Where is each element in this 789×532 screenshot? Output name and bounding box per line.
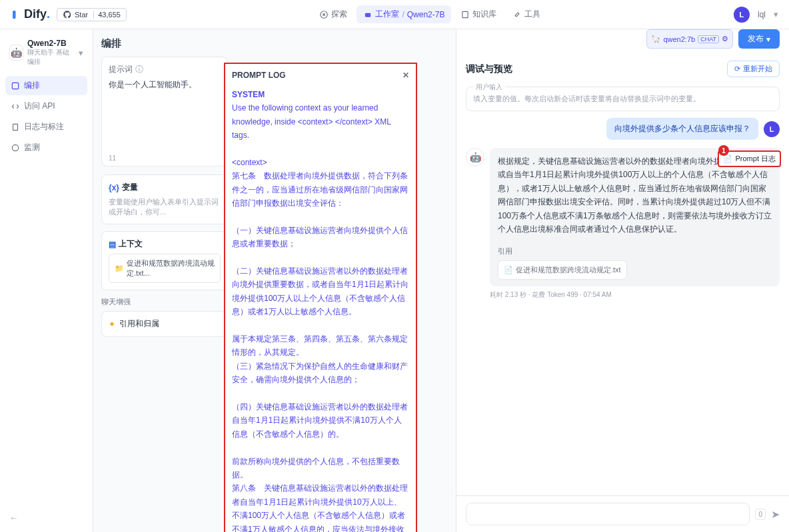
svg-rect-7 — [13, 124, 18, 130]
variable-section: {x}变量 变量能使用户输入表单引入提示词或开场白，你可... — [101, 174, 228, 224]
close-icon[interactable]: ✕ — [402, 71, 409, 80]
svg-point-3 — [367, 15, 367, 15]
ref-label: 引用 — [498, 245, 772, 258]
page-title: 编排 — [101, 37, 448, 50]
top-nav: 探索 工作室/Qwen2-7B 知识库 工具 — [313, 5, 547, 23]
file-icon: 📄 — [723, 154, 732, 163]
nav-explore[interactable]: 探索 — [313, 5, 354, 23]
bot-message: 根据规定，关键信息基础设施运营者以外的数据处理者向境外提供重要数据，或自当年1月… — [490, 148, 780, 286]
variable-desc: 变量能使用户输入表单引入提示词或开场白，你可... — [109, 197, 221, 217]
file-icon — [11, 123, 20, 132]
nav-tools[interactable]: 工具 — [506, 5, 547, 23]
app-title: Qwen2-7B — [27, 39, 75, 48]
user-avatar: L — [764, 121, 780, 137]
svg-rect-5 — [462, 11, 468, 17]
cite-label: 引用和归属 — [119, 318, 159, 330]
app-tags: 聊天助手 基础编排 — [27, 48, 75, 67]
refresh-icon: ⟳ — [734, 65, 740, 73]
folder-icon: 📁 — [115, 264, 124, 273]
center-panel: 编排 提示词ⓘ 你是一个人工智能助手。 11 {x}变量 变量能使用户输入表单引… — [93, 29, 456, 532]
book-icon — [460, 10, 470, 19]
robot-icon — [363, 10, 373, 19]
publish-button[interactable]: 发布▾ — [738, 29, 780, 49]
sidebar-item-api[interactable]: 访问 API — [5, 97, 87, 116]
svg-rect-2 — [365, 13, 371, 17]
chat-input[interactable] — [466, 503, 750, 525]
nav-studio[interactable]: 工作室/Qwen2-7B — [357, 5, 451, 23]
eye-icon — [11, 143, 20, 152]
sidebar-item-orchestrate[interactable]: 编排 — [5, 76, 87, 95]
token-count: 0 — [755, 509, 766, 520]
app-icon: 🤖 — [9, 45, 23, 61]
prompt-log-panel: PROMPT LOG✕ SYSTEM Use the following con… — [224, 63, 417, 532]
svg-point-8 — [12, 144, 18, 150]
tool-icon — [512, 10, 522, 19]
notification-badge: 1 — [718, 145, 729, 156]
prompt-label: 提示词 — [109, 64, 133, 75]
context-title: 上下文 — [119, 238, 143, 250]
context-section: ▤上下文 📁促进和规范数据跨境流动规定.txt... — [101, 231, 228, 290]
variable-title: 变量 — [122, 182, 138, 193]
ref-file[interactable]: 📄促进和规范数据跨境流动规定.txt — [498, 260, 627, 280]
help-icon: ⓘ — [135, 64, 143, 75]
context-file[interactable]: 📁促进和规范数据跨境流动规定.txt... — [109, 254, 221, 283]
nav-crumb[interactable]: Qwen2-7B — [407, 10, 445, 19]
user-avatar[interactable]: L — [734, 7, 750, 23]
layers-icon: ▤ — [109, 240, 116, 249]
prompt-text[interactable]: 你是一个人工智能助手。 — [109, 79, 221, 159]
preview-panel: 🦙 qwen2:7b CHAT ⚙ 发布▾ 调试与预览 ⟳重新开始 用户输入 填… — [456, 29, 789, 532]
char-count: 11 — [109, 154, 116, 162]
compass-icon — [319, 10, 329, 19]
file-icon: 📄 — [504, 264, 513, 276]
chevron-down-icon[interactable]: ▾ — [774, 9, 778, 19]
bot-avatar: 🤖 — [466, 148, 484, 166]
user-name: lql — [758, 10, 766, 19]
code-icon — [11, 102, 20, 111]
github-star[interactable]: Star 43,655 — [57, 8, 127, 21]
layout-icon — [11, 81, 20, 91]
star-icon: ✦ — [109, 320, 115, 329]
sidebar-item-logs[interactable]: 日志与标注 — [5, 117, 87, 136]
response-meta: 耗时 2.13 秒 · 花费 Token 499 · 07:54 AM — [490, 290, 780, 300]
input-hint-label: 用户输入 — [473, 83, 505, 92]
top-bar: Dify. Star 43,655 探索 工作室/Qwen2-7B 知识库 工具… — [0, 0, 789, 29]
prompt-editor[interactable]: 提示词ⓘ 你是一个人工智能助手。 11 — [101, 57, 228, 166]
brand-logo[interactable]: Dify. — [11, 7, 50, 21]
svg-point-4 — [369, 15, 370, 15]
sidebar-item-monitor[interactable]: 监测 — [5, 138, 87, 157]
chevron-down-icon: ▾ — [79, 48, 83, 58]
sliders-icon: ⚙ — [722, 35, 728, 43]
user-message: 向境外提供多少条个人信息应该申报？ — [606, 118, 758, 140]
prompt-log-title: PROMPT LOG — [232, 71, 286, 80]
sidebar: 🤖 Qwen2-7B 聊天助手 基础编排 ▾ 编排 访问 API 日志与标注 监… — [0, 29, 93, 532]
user-input-hint: 用户输入 填入变量的值。每次启动新会话时该变量将自动替换提示词中的变量。 — [466, 87, 780, 111]
model-selector[interactable]: 🦙 qwen2:7b CHAT ⚙ — [646, 29, 733, 49]
cite-section[interactable]: ✦引用和归属 — [101, 311, 228, 337]
collapse-sidebar[interactable]: ← — [5, 509, 87, 527]
app-selector[interactable]: 🤖 Qwen2-7B 聊天助手 基础编排 ▾ — [5, 35, 87, 71]
github-icon — [63, 10, 72, 19]
debug-title: 调试与预览 — [466, 63, 512, 75]
svg-rect-6 — [12, 83, 18, 89]
model-tag: CHAT — [698, 35, 719, 43]
nav-knowledge[interactable]: 知识库 — [454, 5, 503, 23]
prompt-log-body: SYSTEM Use the following context as your… — [232, 88, 409, 532]
svg-rect-0 — [13, 11, 16, 19]
model-icon: 🦙 — [651, 35, 660, 43]
input-bar: 0 ➤ — [456, 495, 789, 532]
chevron-down-icon: ▾ — [766, 35, 770, 44]
chat-area: 向境外提供多少条个人信息应该申报？ L 1 ⧉ 📄Prompt 日志 🤖 根据规… — [456, 118, 789, 495]
send-button[interactable]: ➤ — [771, 508, 780, 521]
restart-button[interactable]: ⟳重新开始 — [727, 61, 780, 77]
